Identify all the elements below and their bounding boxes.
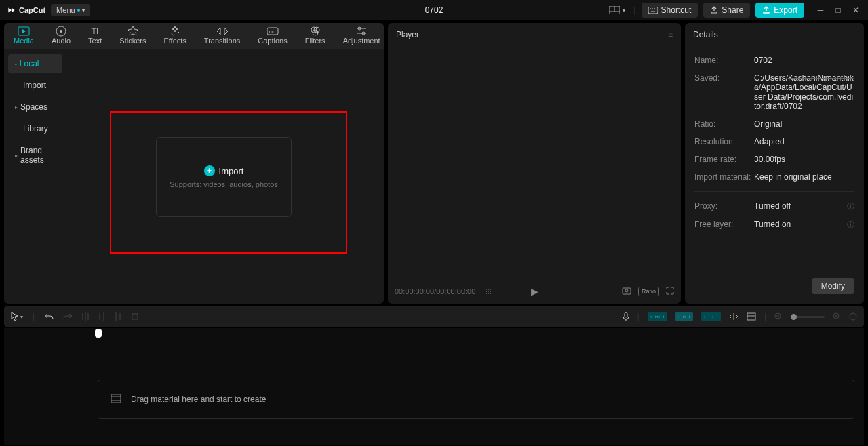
sidebar-library[interactable]: Library bbox=[8, 119, 62, 138]
crop-button[interactable] bbox=[131, 312, 139, 321]
delete-left-button[interactable] bbox=[98, 312, 105, 321]
split-button[interactable] bbox=[82, 312, 89, 321]
ratio-button[interactable]: Ratio bbox=[638, 287, 659, 296]
text-icon: TI bbox=[91, 26, 99, 37]
main-track-magnet[interactable]: ⬚◦⬚ bbox=[648, 312, 667, 321]
detail-freelayer-value: Turned onⓘ bbox=[754, 220, 854, 230]
undo-button[interactable] bbox=[44, 312, 54, 321]
close-button[interactable]: ✕ bbox=[850, 5, 861, 15]
tab-transitions[interactable]: Transitions bbox=[201, 23, 243, 49]
keyboard-icon bbox=[648, 7, 658, 14]
delete-right-button[interactable] bbox=[115, 312, 121, 321]
detail-saved-value: C:/Users/KashaniNimanthika/AppData/Local… bbox=[754, 73, 854, 111]
info-icon[interactable]: ⓘ bbox=[847, 201, 854, 211]
share-button[interactable]: Share bbox=[703, 3, 750, 18]
svg-rect-41 bbox=[747, 313, 755, 320]
player-panel: Player ≡ 00:00:00:00 / 00:00:00:00 ▶ Rat… bbox=[388, 23, 681, 304]
tab-text[interactable]: TI Text bbox=[85, 23, 104, 49]
player-menu-icon[interactable]: ≡ bbox=[668, 30, 673, 39]
audio-icon bbox=[56, 26, 66, 37]
player-stage[interactable] bbox=[388, 46, 681, 279]
maximize-button[interactable]: □ bbox=[833, 5, 844, 15]
unsaved-dot-icon bbox=[77, 9, 80, 12]
svg-point-21 bbox=[488, 289, 489, 290]
detail-resolution-value: Adapted bbox=[754, 137, 854, 146]
svg-rect-29 bbox=[623, 288, 631, 294]
svg-point-22 bbox=[490, 289, 491, 290]
auto-snap[interactable]: ⬚⬚ bbox=[675, 312, 693, 321]
svg-point-26 bbox=[486, 293, 487, 294]
adjustment-icon bbox=[356, 26, 367, 37]
svg-rect-3 bbox=[648, 7, 658, 14]
linkage[interactable]: ⬚-⬚ bbox=[701, 312, 721, 321]
tab-captions[interactable]: cc Captions bbox=[255, 23, 290, 49]
cover-button[interactable] bbox=[747, 312, 756, 321]
timeline-toolbar: ▾ | | ⬚◦⬚ ⬚⬚ ⬚-⬚ | bbox=[4, 306, 864, 327]
detail-framerate-value: 30.00fps bbox=[754, 155, 854, 164]
redo-button[interactable] bbox=[63, 312, 73, 321]
share-icon bbox=[710, 6, 718, 14]
sidebar-spaces[interactable]: ▸Spaces bbox=[8, 98, 62, 117]
svg-point-25 bbox=[490, 291, 491, 292]
category-tabs: Media Audio TI Text Stickers Effects Tra… bbox=[4, 23, 384, 49]
playhead-handle[interactable] bbox=[95, 329, 102, 338]
tab-effects[interactable]: Effects bbox=[161, 23, 189, 49]
svg-point-28 bbox=[490, 293, 491, 294]
layout-button[interactable]: ▾ bbox=[606, 3, 628, 17]
time-total: 00:00:00:00 bbox=[436, 287, 475, 296]
play-button[interactable]: ▶ bbox=[531, 286, 538, 297]
tab-stickers[interactable]: Stickers bbox=[117, 23, 149, 49]
detail-name-key: Name: bbox=[694, 56, 754, 65]
zoom-slider[interactable] bbox=[791, 316, 825, 318]
filmstrip-icon bbox=[111, 394, 121, 405]
timeline-hint: Drag material here and start to create bbox=[131, 394, 266, 404]
menu-button[interactable]: Menu ▾ bbox=[51, 4, 90, 16]
tab-media[interactable]: Media bbox=[11, 23, 37, 49]
tab-adjustment[interactable]: Adjustment bbox=[340, 23, 383, 49]
captions-icon: cc bbox=[267, 26, 279, 37]
grid-dots-icon[interactable] bbox=[485, 288, 492, 295]
media-panel: Media Audio TI Text Stickers Effects Tra… bbox=[4, 23, 384, 304]
minimize-button[interactable]: ─ bbox=[815, 5, 826, 15]
import-label: Import bbox=[219, 166, 244, 176]
sidebar-brand-assets[interactable]: ▸Brand assets bbox=[8, 141, 62, 169]
detail-ratio-value: Original bbox=[754, 119, 854, 129]
shortcut-button[interactable]: Shortcut bbox=[642, 3, 698, 18]
media-sidebar: •Local Import ▸Spaces Library ▸Brand ass… bbox=[4, 49, 66, 304]
detail-name-value: 0702 bbox=[754, 56, 854, 65]
sidebar-local[interactable]: •Local bbox=[8, 54, 62, 73]
tab-filters[interactable]: Filters bbox=[302, 23, 328, 49]
modify-button[interactable]: Modify bbox=[812, 278, 854, 294]
svg-rect-39 bbox=[625, 312, 627, 317]
detail-saved-key: Saved: bbox=[694, 73, 754, 111]
tab-audio[interactable]: Audio bbox=[49, 23, 73, 49]
fullscreen-icon[interactable] bbox=[666, 287, 674, 296]
import-dropzone[interactable]: + Import Supports: videos, audios, photo… bbox=[156, 137, 292, 217]
zoom-in-button[interactable] bbox=[833, 312, 841, 321]
detail-freelayer-key: Free layer: bbox=[694, 220, 754, 230]
chevron-right-icon: • bbox=[15, 61, 17, 67]
selection-tool[interactable]: ▾ bbox=[11, 312, 23, 321]
titlebar: CapCut Menu ▾ 0702 ▾ | Shortcut Share Ex… bbox=[0, 0, 868, 20]
svg-rect-49 bbox=[111, 394, 121, 403]
zoom-fit-button[interactable] bbox=[849, 312, 857, 321]
snapshot-icon[interactable] bbox=[622, 287, 631, 296]
detail-importmat-value: Keep in original place bbox=[754, 172, 854, 182]
zoom-out-button[interactable] bbox=[774, 312, 783, 321]
sidebar-import[interactable]: Import bbox=[8, 76, 62, 95]
import-subtitle: Supports: videos, audios, photos bbox=[170, 180, 278, 188]
svg-rect-38 bbox=[132, 314, 138, 319]
info-icon[interactable]: ⓘ bbox=[847, 220, 854, 230]
svg-point-48 bbox=[850, 313, 856, 320]
media-icon bbox=[18, 26, 30, 37]
detail-proxy-key: Proxy: bbox=[694, 201, 754, 211]
main-track[interactable]: Drag material here and start to create bbox=[98, 380, 854, 419]
microphone-button[interactable] bbox=[623, 312, 629, 321]
effects-icon bbox=[170, 26, 180, 37]
preview-axis-button[interactable] bbox=[729, 312, 738, 321]
export-button[interactable]: Export bbox=[755, 3, 804, 18]
detail-proxy-value: Turned offⓘ bbox=[754, 201, 854, 211]
import-area: + Import Supports: videos, audios, photo… bbox=[66, 49, 384, 304]
timeline[interactable]: Drag material here and start to create bbox=[4, 328, 864, 445]
stickers-icon bbox=[127, 26, 138, 37]
